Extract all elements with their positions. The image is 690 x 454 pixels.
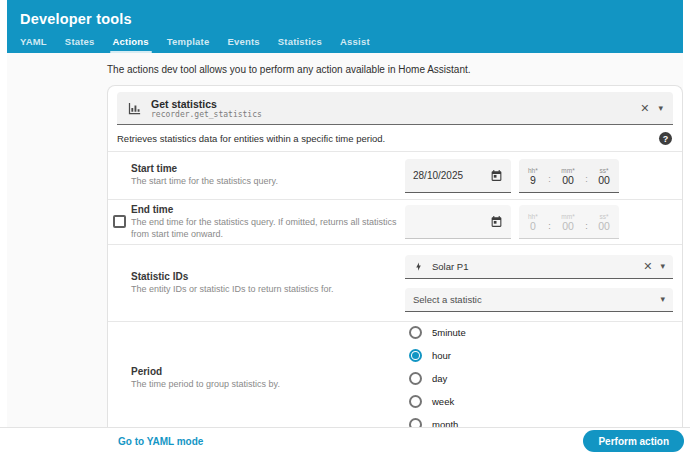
action-card: Get statistics recorder.get_statistics ✕… bbox=[107, 85, 683, 427]
end-time-input-group: hh* 0 : mm* 00 : ss* 00 bbox=[519, 205, 619, 239]
start-time-input-group: hh* 9 : mm* 00 : ss* 00 bbox=[519, 159, 619, 193]
radio-month[interactable]: month bbox=[409, 417, 673, 427]
statistic-select-placeholder: Select a statistic bbox=[413, 294, 652, 305]
start-time-row: Start time The start time for the statis… bbox=[108, 151, 682, 199]
period-row: Period The time period to group statisti… bbox=[108, 321, 682, 427]
start-date-value: 28/10/2025 bbox=[413, 170, 463, 181]
end-seconds-input: ss* 00 bbox=[598, 212, 610, 233]
start-hours-input[interactable]: hh* 9 bbox=[528, 166, 538, 187]
end-time-info: End time The end time for the statistics… bbox=[108, 204, 405, 240]
lightning-bolt-icon bbox=[413, 261, 424, 272]
statistic-ids-label: Statistic IDs bbox=[131, 271, 405, 282]
end-minutes-input: mm* 00 bbox=[561, 212, 574, 233]
intro-text: The actions dev tool allows you to perfo… bbox=[107, 64, 683, 75]
statistic-ids-description: The entity IDs or statistic IDs to retur… bbox=[131, 284, 405, 295]
tab-statistics[interactable]: Statistics bbox=[269, 31, 331, 53]
action-description-row: Retrieves statistics data for entities w… bbox=[108, 125, 682, 151]
radio-week-label: week bbox=[432, 396, 454, 407]
statistic-ids-info: Statistic IDs The entity IDs or statisti… bbox=[108, 271, 405, 295]
statistic-selected-entity[interactable]: Solar P1 ✕ ▾ bbox=[405, 255, 673, 279]
end-hours-value: 0 bbox=[530, 221, 536, 233]
yaml-mode-link[interactable]: Go to YAML mode bbox=[118, 436, 203, 447]
action-picker[interactable]: Get statistics recorder.get_statistics ✕… bbox=[117, 92, 673, 125]
action-dropdown-caret-icon[interactable]: ▾ bbox=[658, 104, 663, 113]
statistic-ids-row: Statistic IDs The entity IDs or statisti… bbox=[108, 244, 682, 321]
period-info: Period The time period to group statisti… bbox=[108, 366, 405, 390]
start-seconds-value: 00 bbox=[598, 175, 610, 187]
page-title: Developer tools bbox=[7, 0, 683, 27]
tab-assist[interactable]: Assist bbox=[331, 31, 379, 53]
end-time-checkbox[interactable] bbox=[113, 215, 126, 228]
action-picker-text: Get statistics recorder.get_statistics bbox=[151, 97, 631, 119]
tab-states[interactable]: States bbox=[56, 31, 104, 53]
calendar-icon bbox=[490, 215, 503, 228]
time-separator: : bbox=[548, 215, 551, 231]
radio-week[interactable]: week bbox=[409, 394, 673, 408]
perform-action-button[interactable]: Perform action bbox=[583, 430, 684, 452]
radio-icon bbox=[409, 372, 422, 385]
end-date-input bbox=[405, 205, 511, 239]
calendar-icon[interactable] bbox=[490, 169, 503, 182]
start-date-input[interactable]: 28/10/2025 bbox=[405, 159, 511, 193]
statistic-select-input[interactable]: Select a statistic ▾ bbox=[405, 288, 673, 312]
end-minutes-value: 00 bbox=[562, 221, 574, 233]
period-label: Period bbox=[131, 366, 405, 377]
time-separator: : bbox=[548, 168, 551, 184]
app-header: Developer tools YAML States Actions Temp… bbox=[7, 0, 683, 53]
radio-icon-selected bbox=[409, 349, 422, 362]
end-time-label: End time bbox=[131, 204, 405, 215]
radio-5minute-label: 5minute bbox=[432, 327, 466, 338]
start-time-description: The start time for the statistics query. bbox=[131, 176, 405, 187]
time-separator: : bbox=[585, 168, 588, 184]
radio-hour-label: hour bbox=[432, 350, 451, 361]
radio-day[interactable]: day bbox=[409, 371, 673, 385]
main-content: The actions dev tool allows you to perfo… bbox=[7, 53, 683, 427]
radio-icon bbox=[409, 395, 422, 408]
help-icon[interactable]: ? bbox=[659, 132, 672, 145]
start-minutes-input[interactable]: mm* 00 bbox=[561, 166, 574, 187]
action-service-id: recorder.get_statistics bbox=[151, 110, 631, 119]
tab-template[interactable]: Template bbox=[158, 31, 219, 53]
statistic-selected-value: Solar P1 bbox=[432, 261, 635, 272]
tab-bar: YAML States Actions Template Events Stat… bbox=[11, 31, 379, 53]
end-hours-input: hh* 0 bbox=[528, 212, 538, 233]
start-time-label: Start time bbox=[131, 163, 405, 174]
bar-chart-icon bbox=[127, 101, 142, 116]
radio-day-label: day bbox=[432, 373, 447, 384]
start-hours-value: 9 bbox=[530, 175, 536, 187]
tab-actions[interactable]: Actions bbox=[104, 31, 158, 53]
radio-icon bbox=[409, 418, 422, 428]
end-time-row: End time The end time for the statistics… bbox=[108, 199, 682, 244]
radio-icon bbox=[409, 326, 422, 339]
period-description: The time period to group statistics by. bbox=[131, 379, 405, 390]
statistic-caret-icon[interactable]: ▾ bbox=[660, 262, 665, 271]
period-radio-group: 5minute hour day week bbox=[405, 325, 673, 427]
action-description: Retrieves statistics data for entities w… bbox=[117, 133, 385, 144]
end-time-description: The end time for the statistics query. I… bbox=[131, 217, 405, 240]
end-seconds-value: 00 bbox=[598, 221, 610, 233]
start-seconds-input[interactable]: ss* 00 bbox=[598, 166, 610, 187]
statistic-select-caret-icon[interactable]: ▾ bbox=[660, 295, 665, 304]
start-minutes-value: 00 bbox=[562, 175, 574, 187]
time-separator: : bbox=[585, 215, 588, 231]
radio-hour[interactable]: hour bbox=[409, 348, 673, 362]
tab-events[interactable]: Events bbox=[218, 31, 268, 53]
action-footer: Go to YAML mode Perform action bbox=[0, 427, 690, 454]
start-time-info: Start time The start time for the statis… bbox=[108, 163, 405, 187]
clear-statistic-icon[interactable]: ✕ bbox=[643, 261, 652, 272]
action-name: Get statistics bbox=[151, 98, 631, 110]
radio-5minute[interactable]: 5minute bbox=[409, 325, 673, 339]
tab-yaml[interactable]: YAML bbox=[11, 31, 56, 53]
radio-month-label: month bbox=[432, 419, 458, 428]
clear-action-icon[interactable]: ✕ bbox=[640, 103, 649, 114]
